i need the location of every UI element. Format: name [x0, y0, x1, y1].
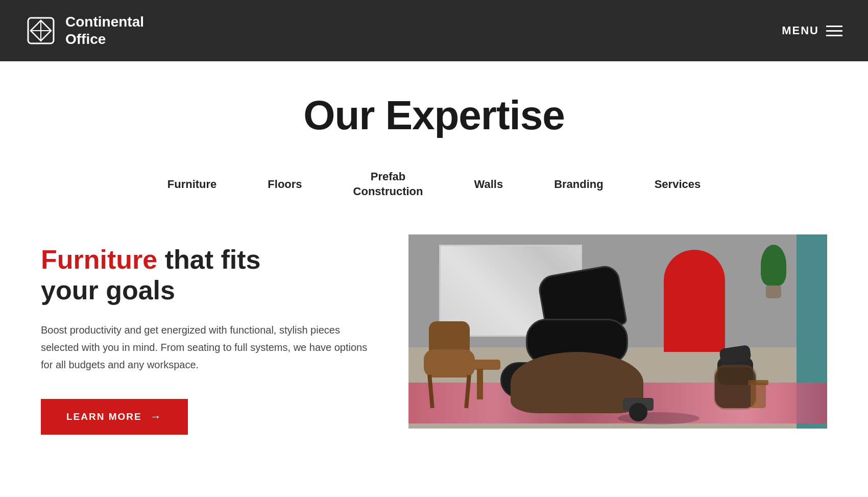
- plant-decoration: [761, 245, 786, 296]
- expertise-nav: Furniture Floors PrefabConstruction Wall…: [41, 164, 827, 204]
- main-content: Our Expertise Furniture Floors PrefabCon…: [0, 61, 868, 435]
- eames-lounge-chair: [500, 280, 654, 413]
- furniture-image-area: [408, 234, 827, 429]
- content-left: Furniture that fitsyour goals Boost prod…: [41, 234, 368, 435]
- menu-button[interactable]: MENU: [782, 24, 842, 37]
- nav-item-walls[interactable]: Walls: [448, 173, 528, 196]
- nav-item-services[interactable]: Services: [629, 173, 727, 196]
- content-body: Boost productivity and get energized wit…: [41, 321, 368, 373]
- nav-item-floors[interactable]: Floors: [242, 173, 327, 196]
- arrow-icon: →: [150, 410, 162, 423]
- page-title: Our Expertise: [41, 92, 827, 139]
- menu-label: MENU: [782, 24, 819, 37]
- logo-text: Continental Office: [65, 13, 144, 48]
- side-table: [460, 360, 500, 400]
- nav-item-prefab-construction[interactable]: PrefabConstruction: [328, 164, 449, 204]
- nav-item-furniture[interactable]: Furniture: [142, 173, 243, 196]
- furniture-image: [408, 234, 827, 429]
- nav-item-branding[interactable]: Branding: [528, 173, 629, 196]
- content-heading: Furniture that fitsyour goals: [41, 245, 368, 306]
- logo-icon: [26, 15, 56, 46]
- heading-highlight: Furniture: [41, 245, 157, 274]
- content-section: Furniture that fitsyour goals Boost prod…: [41, 234, 827, 435]
- logo-area[interactable]: Continental Office: [26, 13, 144, 48]
- site-header: Continental Office MENU: [0, 0, 868, 61]
- learn-more-label: LEARN MORE: [66, 411, 142, 422]
- red-accent-panel: [664, 250, 725, 352]
- hamburger-icon: [826, 26, 842, 36]
- learn-more-button[interactable]: LEARN MORE →: [41, 399, 188, 435]
